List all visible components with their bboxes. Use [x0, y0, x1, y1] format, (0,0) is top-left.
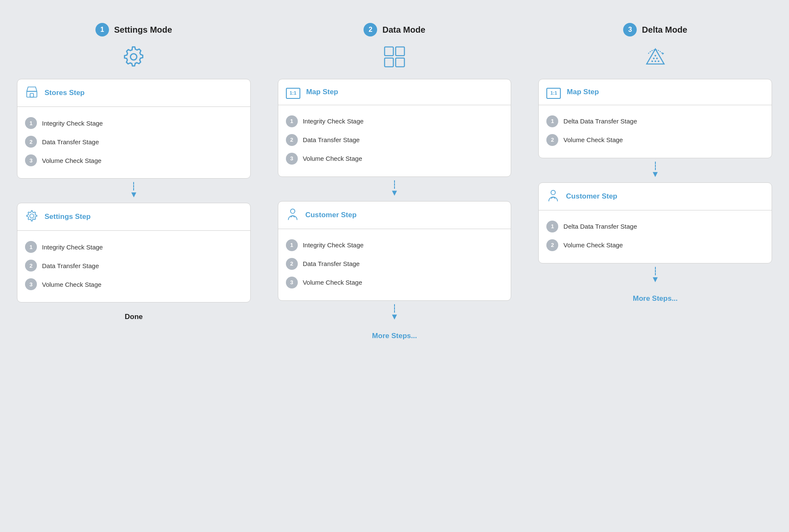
- data-grid-icon: [383, 45, 406, 72]
- stage-item: 3Volume Check Stage: [25, 275, 243, 294]
- stage-item: 1Integrity Check Stage: [286, 236, 504, 255]
- step-card-stores-step: Stores Step1Integrity Check Stage2Data T…: [17, 79, 251, 179]
- step-title: Stores Step: [45, 89, 84, 97]
- stage-item: 3Volume Check Stage: [286, 149, 504, 168]
- stage-label: Integrity Check Stage: [303, 241, 364, 249]
- done-label: Done: [125, 313, 143, 321]
- svg-marker-37: [662, 53, 664, 55]
- svg-point-18: [131, 54, 137, 60]
- stage-number: 3: [286, 153, 298, 165]
- stage-label: Delta Data Transfer Stage: [563, 223, 637, 230]
- stage-label: Volume Check Stage: [563, 241, 623, 249]
- svg-point-22: [30, 214, 34, 218]
- step-card-settings-step: Settings Step1Integrity Check Stage2Data…: [17, 203, 251, 302]
- stage-number: 2: [286, 134, 298, 146]
- step-stages: 1Integrity Check Stage2Data Transfer Sta…: [17, 107, 250, 178]
- stage-item: 2Data Transfer Stage: [25, 256, 243, 275]
- stage-item: 1Integrity Check Stage: [286, 112, 504, 131]
- stage-number: 3: [25, 154, 37, 166]
- arrow-down-icon: ▼: [390, 312, 399, 322]
- stage-item: 1Delta Data Transfer Stage: [546, 217, 764, 236]
- step-header: Customer Step: [278, 202, 511, 229]
- stage-label: Volume Check Stage: [42, 281, 101, 288]
- stage-label: Data Transfer Stage: [303, 136, 360, 143]
- step-header: Customer Step: [539, 183, 772, 210]
- stage-number: 2: [546, 239, 558, 251]
- svg-rect-23: [385, 47, 394, 56]
- stage-number: 1: [286, 115, 298, 127]
- step-icon-map: 1:1: [286, 85, 300, 99]
- step-title: Customer Step: [305, 211, 357, 219]
- mode-title: Data Mode: [382, 25, 425, 35]
- mode-title: Delta Mode: [642, 25, 687, 35]
- stage-number: 1: [25, 241, 37, 253]
- step-card-customer-step-2: Customer Step1Delta Data Transfer Stage2…: [538, 182, 772, 263]
- svg-rect-19: [27, 91, 37, 97]
- svg-point-36: [655, 55, 656, 56]
- stage-number: 1: [546, 221, 558, 232]
- step-title: Customer Step: [566, 192, 617, 201]
- stage-item: 1Delta Data Transfer Stage: [546, 112, 764, 131]
- step-title: Map Step: [567, 88, 599, 96]
- step-stages: 1Delta Data Transfer Stage2Volume Check …: [539, 105, 772, 158]
- stage-label: Volume Check Stage: [303, 279, 362, 286]
- svg-rect-25: [385, 58, 394, 67]
- delta-icon: [644, 45, 667, 72]
- arrow-down-icon: ▼: [651, 274, 660, 284]
- column-data-mode: 2Data Mode 1:1Map Step1Integrity Check S…: [269, 13, 520, 350]
- column-header: 2Data Mode: [278, 23, 512, 36]
- step-stages: 1Integrity Check Stage2Data Transfer Sta…: [278, 229, 511, 300]
- svg-point-33: [658, 60, 659, 62]
- step-icon-map: 1:1: [546, 85, 561, 99]
- stage-item: 2Volume Check Stage: [546, 131, 764, 149]
- step-icon-person: [286, 207, 299, 223]
- stage-label: Integrity Check Stage: [42, 120, 103, 127]
- main-container: 1Settings Mode Stores Step1Integrity Che…: [8, 13, 781, 350]
- arrow-connector-footer: ▼: [651, 263, 660, 288]
- arrow-connector: ▼: [129, 179, 138, 203]
- column-header: 1Settings Mode: [17, 23, 251, 36]
- stage-label: Volume Check Stage: [563, 136, 623, 143]
- column-delta-mode: 3Delta Mode 1:1Map Step1Delta Data Trans…: [530, 13, 781, 350]
- more-steps-label[interactable]: More Steps...: [372, 332, 417, 340]
- stage-number: 3: [286, 277, 298, 288]
- stage-item: 1Integrity Check Stage: [25, 114, 243, 132]
- dashed-line: [394, 180, 395, 189]
- step-header: Stores Step: [17, 79, 250, 107]
- svg-point-35: [656, 58, 658, 59]
- svg-point-27: [290, 209, 294, 213]
- svg-point-38: [551, 190, 555, 194]
- stage-number: 2: [546, 134, 558, 146]
- column-header: 3Delta Mode: [538, 23, 772, 36]
- svg-point-34: [653, 58, 655, 59]
- arrow-down-icon: ▼: [390, 188, 399, 198]
- stage-item: 1Integrity Check Stage: [25, 238, 243, 256]
- mode-badge: 2: [364, 23, 377, 36]
- stage-label: Delta Data Transfer Stage: [563, 118, 637, 125]
- stage-label: Integrity Check Stage: [42, 244, 103, 251]
- gear-large-icon: [122, 45, 145, 72]
- stage-number: 3: [25, 278, 37, 290]
- stage-number: 1: [546, 115, 558, 127]
- stage-number: 1: [25, 117, 37, 129]
- more-steps-label[interactable]: More Steps...: [633, 294, 678, 303]
- stage-label: Data Transfer Stage: [42, 138, 99, 146]
- stage-number: 2: [25, 260, 37, 272]
- stage-number: 2: [286, 258, 298, 270]
- stage-label: Integrity Check Stage: [303, 118, 364, 125]
- arrow-down-icon: ▼: [651, 169, 660, 179]
- svg-point-32: [655, 60, 656, 62]
- dashed-line: [655, 267, 656, 275]
- step-icon-store: [25, 85, 39, 101]
- dashed-line: [655, 162, 656, 170]
- stage-item: 3Volume Check Stage: [25, 151, 243, 170]
- step-header: 1:1Map Step: [539, 79, 772, 105]
- step-card-map-step-2: 1:1Map Step1Delta Data Transfer Stage2Vo…: [538, 79, 772, 158]
- arrow-down-icon: ▼: [129, 190, 138, 199]
- dashed-line: [133, 182, 134, 190]
- step-header: 1:1Map Step: [278, 79, 511, 105]
- arrow-connector: ▼: [390, 177, 399, 201]
- svg-rect-20: [30, 93, 34, 97]
- stage-label: Volume Check Stage: [42, 157, 101, 164]
- stage-item: 2Data Transfer Stage: [25, 132, 243, 151]
